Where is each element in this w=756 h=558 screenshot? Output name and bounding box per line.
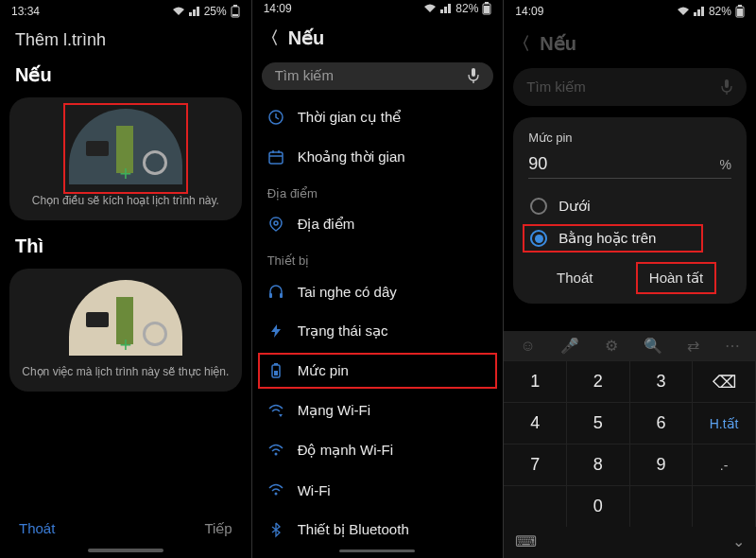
condition-row-wifi-arrow[interactable]: Mạng Wi-Fi (252, 391, 504, 430)
row-label: Mạng Wi-Fi (298, 402, 370, 419)
svg-point-20 (274, 493, 277, 496)
battery-icon (482, 2, 491, 15)
back-icon[interactable]: 〈 (513, 32, 530, 55)
group-label: Thiết bị (252, 244, 504, 271)
key-3[interactable]: 3 (630, 360, 694, 402)
keyboard-bottom: ⌨ ⌄ (504, 527, 756, 558)
svg-rect-5 (484, 6, 490, 13)
keyboard-switch-icon[interactable]: ⌨ (515, 532, 537, 550)
search-input[interactable]: Tìm kiếm (262, 62, 494, 90)
more-icon[interactable]: ⋯ (725, 337, 740, 355)
battery-icon (231, 5, 240, 18)
status-time: 14:09 (515, 5, 543, 18)
wifi-icon (267, 481, 284, 498)
page-title: Thêm l.trình (0, 23, 251, 54)
wifi-icon (423, 4, 437, 13)
wifi-arrow-icon (267, 402, 284, 419)
key-punct[interactable]: .- (693, 444, 756, 485)
key-empty (693, 485, 756, 527)
done-button[interactable]: Hoàn tất (642, 264, 711, 292)
key-8[interactable]: 8 (567, 444, 630, 485)
group-label: Địa điểm (252, 177, 504, 204)
row-label: Độ mạnh Wi-Fi (298, 442, 393, 459)
key-5[interactable]: 5 (567, 402, 630, 444)
radio-option[interactable]: Bằng hoặc trên (528, 222, 731, 254)
condition-row-wifi[interactable]: Wi-Fi (252, 470, 504, 510)
row-label: Thời gian cụ thể (298, 109, 402, 126)
settings-icon[interactable]: ⚙ (605, 337, 618, 355)
then-caption: Chọn việc mà lịch trình này sẽ thực hiện… (22, 365, 229, 378)
back-icon[interactable]: 〈 (262, 26, 279, 49)
condition-row-headphones[interactable]: Tai nghe có dây (252, 271, 504, 311)
condition-row-bolt[interactable]: Trạng thái sạc (252, 311, 504, 351)
svg-rect-9 (269, 152, 283, 164)
plus-icon: + (119, 333, 131, 357)
emoji-icon[interactable]: ☺ (521, 338, 536, 355)
cancel-button[interactable]: Thoát (549, 264, 600, 292)
radio-label: Dưới (558, 198, 590, 215)
translate-icon[interactable]: ⇄ (687, 337, 699, 355)
mic-icon (720, 78, 733, 96)
condition-row-battery[interactable]: Mức pin (252, 351, 504, 391)
value-input[interactable]: 90 (528, 154, 712, 174)
wifi-icon (677, 7, 690, 16)
headphones-icon (267, 283, 284, 300)
row-label: Tai nghe có dây (298, 284, 397, 300)
signal-icon (440, 4, 452, 13)
svg-point-13 (274, 221, 278, 225)
wifi-icon (172, 7, 185, 16)
key-0[interactable]: 0 (567, 485, 630, 527)
key-1[interactable]: 1 (504, 360, 567, 402)
key-6[interactable]: 6 (630, 402, 694, 444)
condition-row-wifi[interactable]: Độ mạnh Wi-Fi (252, 430, 504, 470)
exit-button[interactable]: Thoát (19, 520, 55, 537)
next-button[interactable]: Tiếp (204, 520, 232, 537)
svg-point-19 (274, 453, 277, 456)
radio-option[interactable]: Dưới (528, 190, 731, 222)
key-4[interactable]: 4 (504, 402, 567, 444)
row-label: Wi-Fi (298, 482, 331, 498)
radio-icon (530, 198, 547, 215)
search-placeholder: Tìm kiếm (275, 67, 334, 84)
condition-row-pin[interactable]: Địa điểm (252, 204, 504, 244)
voice-icon[interactable]: 🎤 (560, 337, 579, 355)
key-done[interactable]: H.tất (693, 402, 756, 444)
collapse-icon[interactable]: ⌄ (732, 532, 745, 550)
status-bar: 14:09 82% (252, 0, 504, 17)
if-card[interactable]: + Chọn điều sẽ kích hoạt lịch trình này. (9, 97, 242, 220)
numeric-keypad: 123⌫456H.tất789.-0 (504, 360, 756, 527)
wifi-icon (267, 442, 284, 459)
section-if-label: Nếu (0, 54, 251, 92)
page-title: Nếu (288, 26, 325, 49)
section-then-label: Thì (0, 226, 251, 263)
calendar-icon (267, 148, 284, 166)
clock-icon (267, 109, 284, 126)
svg-rect-2 (232, 14, 238, 16)
key-9[interactable]: 9 (630, 444, 694, 485)
signal-icon (694, 7, 705, 16)
then-card[interactable]: + Chọn việc mà lịch trình này sẽ thực hi… (9, 269, 242, 392)
svg-rect-23 (737, 9, 743, 16)
svg-rect-4 (485, 2, 489, 4)
condition-row-calendar[interactable]: Khoảng thời gian (252, 137, 504, 177)
condition-row-bluetooth[interactable]: Thiết bị Bluetooth (252, 510, 504, 549)
keyboard-toolbar: ☺ 🎤 ⚙ 🔍 ⇄ ⋯ (504, 331, 756, 360)
key-backspace[interactable]: ⌫ (693, 360, 756, 402)
card-label: Mức pin (528, 131, 731, 145)
nav-pill[interactable] (339, 549, 415, 552)
condition-row-clock[interactable]: Thời gian cụ thể (252, 97, 504, 137)
key-empty (504, 485, 567, 527)
nav-pill[interactable] (88, 549, 163, 552)
row-label: Khoảng thời gian (298, 148, 405, 166)
svg-rect-14 (269, 293, 272, 298)
svg-rect-15 (280, 293, 283, 298)
key-empty (630, 485, 694, 527)
battery-text: 25% (204, 5, 227, 18)
screen-battery-level: 14:09 82% 〈 Nếu Tìm kiếm Mức pin 90 % (504, 0, 756, 558)
status-time: 13:34 (11, 5, 40, 18)
key-7[interactable]: 7 (504, 444, 567, 485)
search-icon[interactable]: 🔍 (644, 337, 662, 355)
unit-label: % (720, 157, 731, 172)
key-2[interactable]: 2 (567, 360, 630, 402)
mic-icon[interactable] (467, 67, 480, 84)
